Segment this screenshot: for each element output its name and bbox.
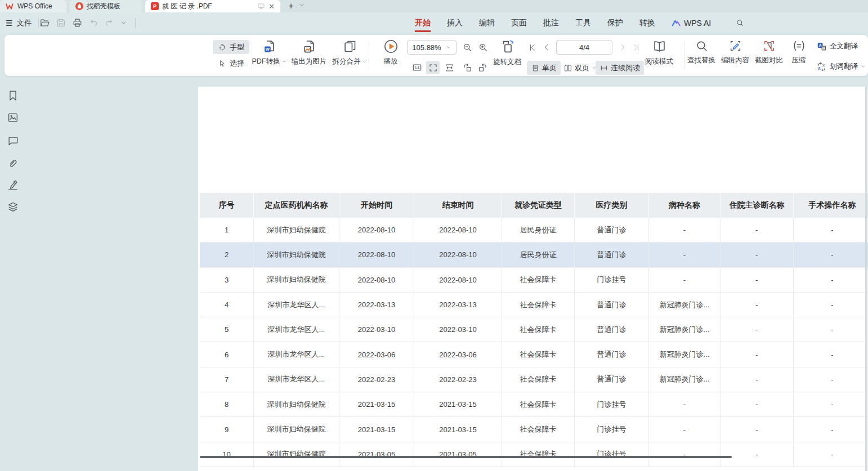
single-page-button[interactable]: 单页 (527, 61, 561, 75)
continuous-reading-button[interactable]: 连续阅读 (596, 61, 644, 75)
table-cell: 社会保障卡 (502, 268, 575, 292)
zoom-level-select[interactable]: 105.88% (407, 40, 457, 55)
svg-text:A: A (819, 43, 822, 47)
actual-size-button[interactable]: 1:1 (410, 61, 424, 74)
table-cell: - (721, 293, 794, 317)
attachments-icon[interactable] (7, 157, 19, 169)
ribbon-panel: 手型 选择 W PDF转换 (5, 35, 868, 76)
continuous-reading-icon (599, 64, 609, 73)
reading-mode-button[interactable]: 阅读模式 (639, 39, 679, 66)
zoom-out-button[interactable] (460, 41, 474, 54)
word-translate-button[interactable]: A 文 划词翻译 (816, 61, 866, 72)
thumbnails-icon[interactable] (7, 111, 19, 124)
menu-tab-edit[interactable]: 编辑 (479, 12, 495, 33)
table-cell: 普通门诊 (575, 367, 649, 392)
undo-icon[interactable] (88, 18, 99, 28)
next-page-button[interactable] (616, 41, 629, 54)
print-icon[interactable] (72, 17, 83, 28)
table-cell: - (794, 218, 868, 242)
hand-tool-button[interactable]: 手型 (213, 40, 249, 54)
table-cell: 居民身份证 (502, 243, 575, 267)
page-indicator-input[interactable]: 4/4 (556, 40, 612, 55)
first-page-button[interactable] (525, 41, 539, 54)
double-page-button[interactable]: 双页 (560, 61, 601, 75)
search-icon[interactable] (735, 18, 745, 28)
select-tool-button[interactable]: 选择 (213, 56, 249, 70)
previous-page-button[interactable] (540, 41, 553, 54)
redo-icon[interactable] (104, 18, 114, 28)
chevron-down-icon (281, 59, 287, 64)
table-cell: - (794, 293, 868, 317)
table-cell: - (721, 317, 794, 342)
fit-page-button[interactable] (426, 61, 440, 74)
more-commands-chevron-icon[interactable] (120, 19, 127, 26)
menu-tab-page[interactable]: 页面 (511, 12, 527, 33)
play-icon (383, 39, 399, 54)
save-icon[interactable] (56, 17, 66, 28)
tab-list-chevron-icon[interactable] (298, 2, 305, 8)
table-cell: - (794, 317, 868, 342)
signature-icon[interactable] (7, 179, 19, 191)
vertical-scrollbar[interactable] (865, 87, 867, 471)
menu-tab-home[interactable]: 开始 (415, 12, 431, 33)
tab-label: WPS Office (17, 2, 52, 10)
tab-bar: WPS Office 找稻壳模板 P 就 医 记 录 .PDF ✕ + (0, 0, 868, 12)
table-cell: 深圳市妇幼保健院 (254, 268, 339, 292)
compress-button[interactable]: 压缩 (782, 39, 815, 65)
rotate-document-button[interactable]: 旋转文档 (487, 39, 527, 67)
monitor-icon[interactable] (257, 2, 265, 10)
pdf-convert-button[interactable]: W PDF转换 (249, 39, 289, 66)
table-cell: 2022-08-10 (414, 243, 502, 267)
table-cell: 深圳市妇幼保健院 (254, 218, 339, 242)
table-cell: - (794, 243, 868, 267)
rotate-left-button[interactable] (460, 61, 474, 74)
table-horizontal-scrollbar[interactable] (200, 456, 732, 458)
menu-tab-protect[interactable]: 保护 (607, 12, 623, 33)
fit-width-button[interactable] (442, 61, 456, 74)
pdf-convert-icon: W (262, 39, 277, 54)
layers-icon[interactable] (7, 201, 19, 213)
split-merge-button[interactable]: 拆分合并 (329, 39, 370, 66)
tab-document-active[interactable]: P 就 医 记 录 .PDF ✕ (145, 0, 280, 12)
tab-wps-office[interactable]: WPS Office (0, 0, 66, 12)
split-merge-label: 拆分合并 (333, 57, 361, 66)
table-row: 4深圳市龙华区人...2022-03-132022-03-13社会保障卡普通门诊… (200, 293, 868, 317)
wps-logo-icon (6, 3, 14, 10)
full-translate-button[interactable]: A 文 全文翻译 (816, 41, 858, 52)
table-cell: - (794, 442, 868, 466)
menu-tab-annotate[interactable]: 批注 (543, 12, 559, 33)
svg-text:文: 文 (822, 63, 825, 67)
word-translate-label: 划词翻译 (830, 62, 858, 71)
file-menu-button[interactable]: ☰ 文件 (6, 12, 41, 33)
table-cell: 普通门诊 (575, 293, 649, 317)
tab-docer-templates[interactable]: 找稻壳模板 (70, 0, 142, 12)
menu-tab-insert[interactable]: 插入 (447, 12, 463, 33)
table-row: 10深圳市妇幼保健院2021-03-052021-03-05社会保障卡门诊挂号-… (200, 442, 868, 467)
table-header-cell: 定点医药机构名称 (254, 193, 339, 218)
menu-tab-convert[interactable]: 转换 (639, 12, 655, 33)
ribbon-menu: 开始 插入 编辑 页面 批注 工具 保护 转换 WPS AI (415, 12, 745, 33)
table-cell: - (649, 243, 721, 267)
export-image-button[interactable]: 输出为图片 (289, 39, 329, 66)
comments-icon[interactable] (7, 134, 19, 147)
rotate-document-label: 旋转文档 (493, 57, 521, 67)
full-translate-label: 全文翻译 (830, 42, 858, 51)
wps-ai-button[interactable]: WPS AI (672, 19, 711, 28)
table-cell: 新冠肺炎门诊... (649, 317, 721, 342)
docer-icon (75, 2, 83, 10)
table-body: 1深圳市妇幼保健院2022-08-102022-08-10居民身份证普通门诊--… (200, 218, 868, 467)
table-cell: 深圳市龙华区人... (254, 293, 339, 317)
menu-tab-tools[interactable]: 工具 (575, 12, 591, 33)
table-row: 9深圳市妇幼保健院2021-03-152021-03-15社会保障卡门诊挂号--… (200, 417, 868, 442)
table-cell: 1 (200, 218, 254, 242)
medical-records-table: 序号定点医药机构名称开始时间结束时间就诊凭证类型医疗类别病种名称住院主诊断名称手… (200, 193, 868, 467)
table-cell: 社会保障卡 (502, 342, 575, 366)
tab-label: 找稻壳模板 (87, 2, 120, 11)
table-header-cell: 手术操作名称 (794, 193, 868, 218)
play-button[interactable]: 播放 (370, 39, 411, 66)
new-tab-button[interactable]: + (285, 0, 297, 12)
bookmarks-icon[interactable] (7, 89, 19, 102)
table-cell: 深圳市龙华区人... (254, 342, 339, 366)
open-file-icon[interactable] (39, 17, 50, 28)
close-tab-icon[interactable]: ✕ (269, 3, 275, 10)
